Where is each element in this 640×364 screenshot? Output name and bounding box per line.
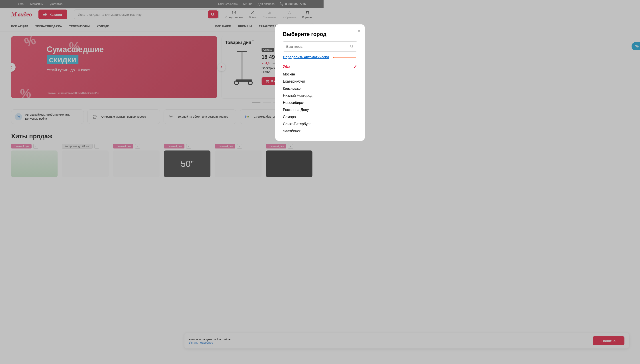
city-item[interactable]: Нижний Новгород [283,94,324,98]
modal-title: Выберите город [283,31,324,37]
city-item[interactable]: Ростов-на-Дону [283,108,324,112]
city-item[interactable]: Челябинск [283,129,324,133]
city-item[interactable]: Уфа ✓ [283,64,324,69]
modal-overlay[interactable] [0,0,324,182]
city-item[interactable]: Краснодар [283,86,324,90]
city-search-box [283,41,324,52]
city-item[interactable]: Москва [283,72,324,76]
city-item[interactable]: Новосибирск [283,101,324,105]
auto-detect-link[interactable]: Определить автоматически [283,55,324,59]
city-item[interactable]: Санкт-Петербург [283,122,324,126]
city-item[interactable]: Самара [283,115,324,119]
city-item[interactable]: Екатеринбург [283,80,324,84]
city-list: Уфа ✓ Москва Екатеринбург Краснодар Нижн… [283,64,324,133]
city-search-input[interactable] [286,44,324,48]
city-modal: ✕ Выберите город Определить автоматическ… [275,24,324,141]
